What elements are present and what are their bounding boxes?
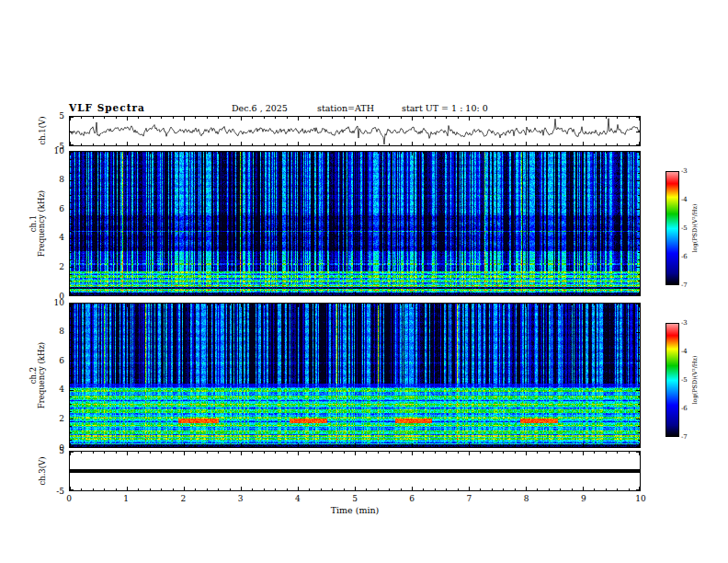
colorbar-1-tick-label: -4 (681, 196, 688, 203)
x-tick-label: 7 (467, 494, 472, 503)
ch1-waveform-canvas (69, 116, 641, 146)
colorbar-2-tick-label: -5 (681, 376, 688, 384)
figure-date: Dec.6 , 2025 (232, 103, 288, 113)
figure-station: station=ATH (317, 103, 374, 113)
spec1-y-tick-label: 2 (44, 263, 64, 271)
spec2-y-tick-label: 6 (44, 357, 64, 365)
spec2-y-tick-label: 2 (44, 415, 64, 423)
ch3-voltage-axis-label: ch.3(V) (39, 456, 47, 485)
spec2-y-tick-label: 8 (44, 327, 64, 336)
x-tick-label: 5 (352, 494, 358, 503)
colorbar-1 (665, 171, 679, 285)
x-tick-label: 3 (238, 494, 244, 503)
spec1-y-tick-label: 4 (44, 234, 64, 242)
ch1-voltage-axis-label: ch.1(V) (39, 116, 47, 144)
ch3-waveform-canvas (69, 451, 641, 491)
colorbar-2-tick-label: -7 (681, 433, 688, 441)
colorbar-1-tick-label: -3 (681, 167, 688, 175)
x-tick-label: 4 (295, 494, 301, 503)
time-axis-label: Time (min) (331, 505, 380, 515)
figure-start-ut: start UT = 1 : 10: 0 (402, 103, 488, 113)
spec1-y-tick-label: 6 (44, 205, 64, 213)
frequency-khz-label-2: Frequency (kHz) (38, 342, 46, 408)
ch1-frequency-axis-label: ch.1 Frequency (kHz) (29, 190, 46, 257)
colorbar-1-label: log(PSD)(V²/Hz) (691, 204, 700, 253)
colorbar-2 (665, 323, 679, 437)
wave1-y-tick-label: 5 (44, 112, 64, 121)
x-tick-label: 9 (581, 494, 586, 503)
figure-title: VLF Spectra (69, 102, 145, 113)
x-tick-label: 10 (635, 494, 645, 503)
x-tick-label: 8 (524, 494, 529, 503)
ch2-frequency-axis-label: ch.2 Frequency (kHz) (29, 342, 46, 408)
wave3-y-tick-label: -5 (44, 488, 64, 496)
colorbar-2-label: log(PSD)(V²/Hz) (691, 356, 700, 405)
ch1-spectrogram-canvas (69, 151, 641, 296)
x-tick-label: 6 (409, 494, 415, 503)
colorbar-1-tick-label: -6 (681, 253, 688, 260)
colorbar-1-tick-label: -5 (681, 224, 688, 232)
colorbar-2-tick-label: -4 (681, 348, 688, 355)
colorbar-2-tick-label: -3 (681, 319, 688, 327)
spec2-y-tick-label: 10 (44, 299, 64, 307)
colorbar-1-tick-label: -7 (681, 282, 688, 289)
spec2-y-tick-label: 4 (44, 385, 64, 394)
wave1-y-tick-label: -5 (44, 143, 64, 151)
colorbar-2-tick-label: -6 (681, 405, 688, 412)
spec1-y-tick-label: 8 (44, 176, 64, 184)
x-tick-label: 0 (66, 494, 72, 503)
vlf-spectra-figure: VLF Spectra Dec.6 , 2025 station=ATH sta… (0, 0, 728, 563)
x-tick-label: 2 (181, 494, 187, 503)
ch2-spectrogram-canvas (69, 303, 641, 448)
x-tick-label: 1 (123, 494, 129, 503)
wave3-y-tick-label: 5 (44, 447, 64, 455)
frequency-khz-label-1: Frequency (kHz) (38, 190, 46, 257)
